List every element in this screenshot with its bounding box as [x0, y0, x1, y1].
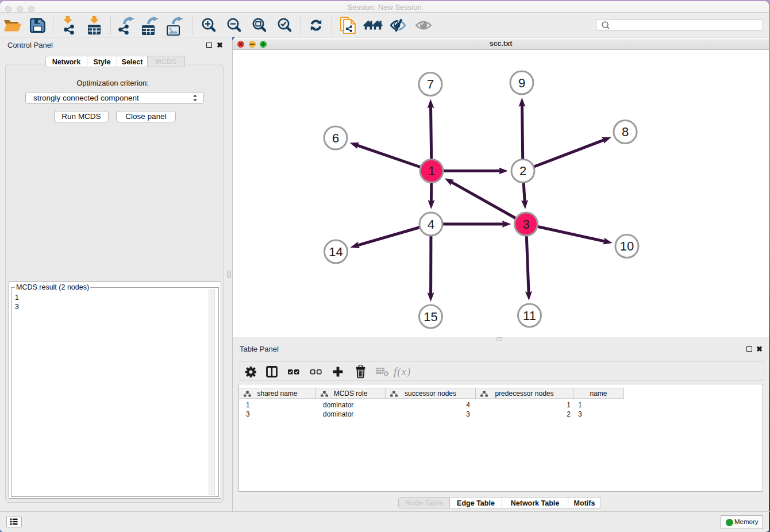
svg-text:14: 14 [329, 245, 342, 259]
svg-text:10: 10 [620, 239, 634, 253]
svg-text:8: 8 [622, 125, 629, 139]
svg-text:9: 9 [518, 76, 525, 90]
svg-text:6: 6 [332, 131, 339, 145]
svg-text:11: 11 [523, 309, 536, 323]
svg-text:4: 4 [428, 217, 434, 232]
svg-text:15: 15 [424, 310, 437, 324]
svg-text:1: 1 [428, 164, 435, 178]
svg-text:3: 3 [522, 217, 529, 232]
svg-text:7: 7 [427, 77, 434, 91]
svg-text:2: 2 [519, 164, 526, 178]
